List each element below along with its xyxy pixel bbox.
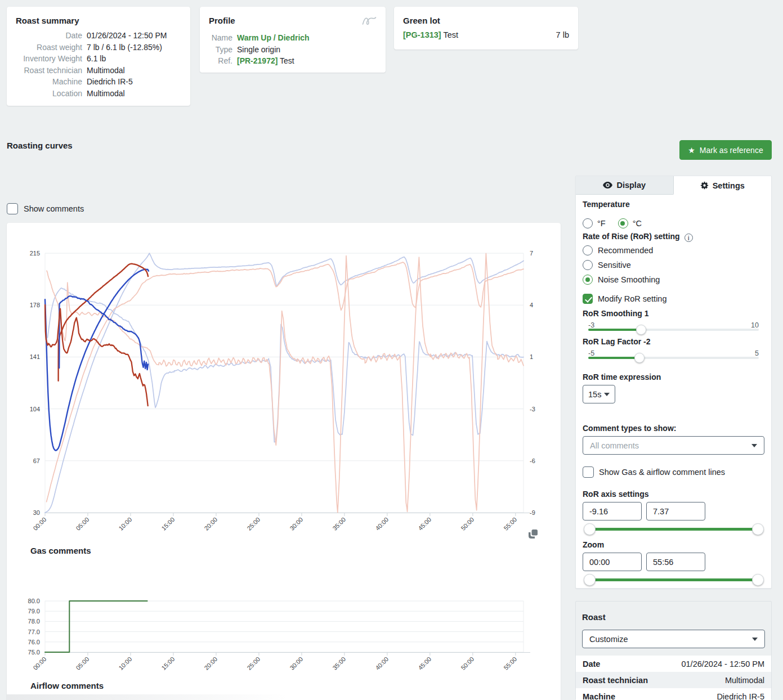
profile-ref-link[interactable]: [PR-21972]	[237, 56, 278, 65]
y-axis-left-label: 104	[30, 406, 40, 412]
x-axis-label: 15:00	[160, 516, 176, 532]
y-axis-left-label: 79.0	[28, 608, 40, 614]
series-reference-bean-temperature	[45, 253, 524, 513]
x-axis-label: 50:00	[459, 656, 475, 671]
y-axis-right-label: -6	[530, 457, 535, 464]
ror-axis-max-input[interactable]	[646, 502, 705, 520]
radio-noise-smoothing[interactable]: Noise Smoothing	[583, 275, 660, 285]
radio-recommended[interactable]: Recommended	[583, 245, 653, 255]
x-axis-label: 40:00	[374, 656, 390, 671]
x-axis-label: 15:00	[160, 656, 176, 671]
ror-setting-label: Rate of Rise (RoR) setting	[583, 232, 680, 241]
mark-as-reference-button[interactable]: ★ Mark as reference	[679, 140, 772, 160]
x-axis-label: 05:00	[74, 656, 90, 671]
x-axis-label: 55:00	[502, 516, 518, 532]
green-lot-weight: 7 lb	[556, 30, 569, 39]
comment-types-label: Comment types to show:	[583, 424, 676, 433]
x-axis-label: 20:00	[203, 656, 218, 671]
series-exhaust-temperature	[59, 264, 148, 381]
ror-axis-min-input[interactable]	[583, 502, 642, 520]
eye-icon	[603, 182, 612, 189]
x-axis-label: 35:00	[331, 656, 347, 671]
profile-curve-icon	[362, 16, 377, 28]
star-icon: ★	[688, 146, 695, 154]
radio-sensitive[interactable]: Sensitive	[583, 260, 631, 270]
zoom-range-slider[interactable]	[589, 574, 758, 585]
y-axis-left-label: 76.0	[28, 639, 40, 645]
ror-smoothing-label: RoR Smoothing 1	[583, 309, 648, 318]
green-lot-ref-link[interactable]: [PG-1313]	[403, 30, 441, 39]
y-axis-right-label: 7	[530, 250, 533, 257]
show-gas-airflow-label: Show Gas & airflow comment lines	[599, 468, 725, 477]
series-reference-bean-ror	[48, 288, 524, 442]
roast-summary-title: Roast summary	[16, 16, 181, 25]
chevron-down-icon	[604, 393, 610, 396]
roast-summary-row: Inventory Weight6.1 lb	[16, 53, 181, 65]
roast-card-row: Date01/26/2024 - 12:50 PM	[576, 656, 771, 672]
green-lot-title: Green lot	[403, 16, 569, 25]
y-axis-left-label: 77.0	[28, 629, 40, 635]
tab-display[interactable]: Display	[576, 176, 674, 195]
roast-summary-row: Roast technicianMultimodal	[16, 65, 181, 77]
roast-summary-row: LocationMultimodal	[16, 88, 181, 100]
modify-ror-checkbox[interactable]	[583, 294, 593, 304]
series-gas	[45, 601, 147, 652]
gas-comments-chart[interactable]: 75.076.077.078.079.080.000:0005:0010:001…	[7, 584, 561, 683]
profile-card: Profile NameWarm Up / Diedrich TypeSingl…	[200, 7, 386, 73]
radio-fahrenheit[interactable]: °F	[583, 218, 606, 228]
ror-time-label: RoR time expression	[583, 373, 661, 382]
ror-time-select[interactable]: 15s	[583, 385, 615, 403]
x-axis-label: 55:00	[502, 656, 518, 671]
x-axis-label: 25:00	[245, 656, 261, 671]
x-axis-label: 50:00	[459, 516, 475, 532]
tab-settings[interactable]: Settings	[674, 176, 772, 195]
show-gas-airflow-checkbox[interactable]	[583, 466, 594, 478]
roast-summary-row: Roast weight7 lb / 6.1 lb (-12.85%)	[16, 42, 181, 53]
airflow-chart-area	[7, 694, 288, 700]
roasting-curves-chart-card: 30-967-6104-314111784215700:0005:0010:00…	[7, 223, 561, 700]
x-axis-label: 30:00	[288, 656, 304, 671]
roast-card-title: Roast	[582, 612, 765, 622]
x-axis-label: 00:00	[32, 516, 47, 532]
roasting-curves-heading: Roasting curves	[7, 141, 73, 150]
roast-summary-rows: Date01/26/2024 - 12:50 PMRoast weight7 l…	[16, 30, 181, 99]
roast-card: Roast Customize Date01/26/2024 - 12:50 P…	[575, 601, 772, 700]
ror-axis-range-slider[interactable]	[589, 523, 758, 535]
radio-celsius[interactable]: °C	[618, 218, 642, 228]
x-axis-label: 30:00	[288, 516, 304, 532]
panel-tabs: Display Settings	[576, 176, 771, 195]
green-lot-card: Green lot [PG-1313] Test 7 lb	[394, 7, 578, 50]
roast-card-row: Roast technicianMultimodal	[576, 672, 771, 688]
x-axis-label: 05:00	[74, 516, 90, 532]
show-comments-checkbox[interactable]	[7, 203, 18, 214]
roast-card-rows: Date01/26/2024 - 12:50 PMRoast technicia…	[576, 656, 771, 700]
roast-customize-select[interactable]: Customize	[582, 630, 765, 648]
roast-summary-row: MachineDiedrich IR-5	[16, 76, 181, 88]
x-axis-label: 45:00	[417, 656, 432, 671]
zoom-label: Zoom	[583, 540, 604, 549]
chart-settings-panel: Display Settings Temperature °F °C Rate …	[575, 176, 772, 589]
y-axis-left-label: 141	[30, 353, 40, 360]
y-axis-right-label: 1	[530, 353, 533, 360]
zoom-min-input[interactable]	[583, 553, 642, 571]
roast-card-row: MachineDiedrich IR-5	[576, 688, 771, 700]
roasting-curves-chart[interactable]: 30-967-6104-314111784215700:0005:0010:00…	[7, 223, 561, 544]
profile-title: Profile	[209, 16, 235, 25]
x-axis-label: 25:00	[245, 516, 261, 532]
ror-smoothing-slider[interactable]: -310	[588, 321, 759, 331]
roast-summary-card: Roast summary Date01/26/2024 - 12:50 PMR…	[7, 7, 190, 106]
x-axis-label: 20:00	[203, 516, 218, 532]
profile-name-link[interactable]: Warm Up / Diedrich	[237, 32, 310, 44]
profile-ref-suffix: Test	[280, 56, 294, 65]
profile-type-label: Type	[209, 44, 232, 56]
comment-types-select[interactable]: All comments	[583, 436, 764, 455]
series-bean-temperature	[45, 269, 149, 450]
y-axis-left-label: 80.0	[28, 598, 40, 604]
zoom-max-input[interactable]	[646, 553, 705, 571]
y-axis-left-label: 178	[30, 302, 40, 308]
info-icon[interactable]: i	[684, 234, 693, 242]
y-axis-left-label: 30	[33, 509, 40, 516]
ror-lag-slider[interactable]: -55	[588, 349, 759, 360]
x-axis-label: 40:00	[374, 516, 390, 532]
chevron-down-icon	[752, 638, 758, 641]
